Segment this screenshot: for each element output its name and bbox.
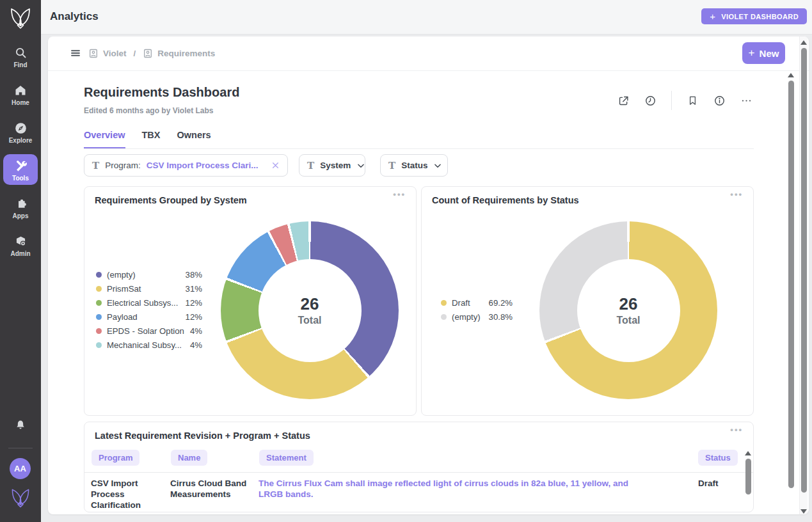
- legend-item[interactable]: EPDS - Solar Option4%: [96, 324, 202, 338]
- legend-label: (empty): [452, 312, 484, 322]
- plus-icon: +: [710, 11, 715, 22]
- panel-scrollbar: [799, 36, 808, 514]
- sidebar-item-label: Home: [12, 99, 29, 106]
- table-header-divider: [84, 472, 753, 473]
- column-header-statement[interactable]: Statement: [259, 450, 314, 466]
- legend-item[interactable]: Draft69.2%: [441, 296, 513, 310]
- sidebar-item-find[interactable]: Find: [3, 41, 38, 72]
- donut-chart[interactable]: 26 Total: [221, 221, 399, 399]
- hamburger-menu-icon[interactable]: [69, 47, 81, 59]
- page-actions: [617, 91, 752, 110]
- violet-logo[interactable]: [8, 5, 33, 33]
- cell-statement-link[interactable]: The Cirrus Flux Cam shall image reflecte…: [259, 478, 649, 500]
- legend-value: 38%: [186, 270, 202, 280]
- sidebar-item-home[interactable]: Home: [3, 79, 38, 109]
- text-filter-icon: T: [307, 160, 314, 171]
- column-header-program[interactable]: Program: [92, 450, 139, 466]
- breadcrumb-item-requirements[interactable]: Requirements: [143, 48, 215, 59]
- tools-icon: [13, 159, 28, 173]
- legend-value: 30.8%: [489, 312, 513, 322]
- sidebar-item-apps[interactable]: Apps: [3, 192, 38, 223]
- info-icon[interactable]: [713, 95, 726, 107]
- bookmark-icon[interactable]: [687, 95, 699, 107]
- legend-item[interactable]: Electrical Subsys...12%: [96, 296, 202, 310]
- scrollbar-thumb[interactable]: [801, 48, 807, 493]
- legend-item[interactable]: (empty)30.8%: [441, 310, 513, 324]
- legend-dot: [96, 342, 102, 348]
- legend-label: PrismSat: [107, 284, 180, 294]
- legend-value: 4%: [190, 326, 202, 336]
- legend-dot: [96, 286, 102, 292]
- sidebar-item-label: Admin: [10, 250, 30, 257]
- column-header-name[interactable]: Name: [171, 450, 207, 466]
- breadcrumb-item-violet[interactable]: Violet: [88, 48, 127, 59]
- legend-value: 4%: [190, 340, 202, 350]
- chart-card-requirements-by-system: Requirements Grouped by System ••• (empt…: [84, 186, 417, 416]
- chart-total-label: Total: [616, 315, 640, 326]
- legend-item[interactable]: Mechanical Subsy...4%: [96, 338, 202, 352]
- workspace-badge-icon: [88, 48, 99, 59]
- chevron-down-icon: [433, 161, 442, 170]
- sidebar-item-admin[interactable]: Admin: [3, 230, 38, 260]
- scrollbar-thumb[interactable]: [788, 81, 794, 488]
- scroll-up-arrow[interactable]: [745, 451, 751, 455]
- admin-icon: [13, 234, 28, 248]
- find-icon: [13, 45, 28, 59]
- scroll-up-arrow[interactable]: [800, 40, 807, 45]
- chart-title: Requirements Grouped by System: [95, 195, 247, 205]
- sidebar-divider: [8, 448, 33, 448]
- filter-bar: TProgram:CSV Import Process Clari...TSys…: [84, 154, 448, 177]
- legend-dot: [441, 300, 447, 306]
- filter-chip-system[interactable]: TSystem: [299, 154, 365, 177]
- violet-dashboard-button[interactable]: + VIOLET DASHBOARD: [701, 8, 807, 24]
- legend-dot: [96, 272, 102, 278]
- legend-dot: [96, 300, 102, 306]
- text-filter-icon: T: [92, 160, 99, 171]
- violet-logo-footer[interactable]: [9, 486, 32, 512]
- more-options-icon[interactable]: •••: [730, 189, 743, 199]
- legend-value: 12%: [186, 312, 202, 322]
- tab-owners[interactable]: Owners: [177, 130, 211, 149]
- content-panel: Violet/Requirements + New Requirements D…: [48, 36, 809, 514]
- sidebar-item-explore[interactable]: Explore: [3, 116, 38, 147]
- workspace-badge-icon: [143, 48, 153, 59]
- more-options-icon[interactable]: •••: [730, 425, 743, 434]
- more-options-icon[interactable]: •••: [393, 189, 406, 199]
- history-icon[interactable]: [644, 95, 657, 107]
- new-button[interactable]: + New: [742, 42, 785, 64]
- donut-chart[interactable]: 26 Total: [539, 221, 717, 399]
- scrollbar-thumb[interactable]: [745, 459, 751, 494]
- scroll-down-arrow[interactable]: [800, 509, 807, 514]
- filter-chip-program[interactable]: TProgram:CSV Import Process Clari...: [84, 154, 288, 177]
- notifications-bell-icon[interactable]: [0, 419, 41, 432]
- tab-overview[interactable]: Overview: [84, 130, 125, 149]
- filter-chip-status[interactable]: TStatus: [380, 154, 448, 177]
- table-header: ProgramNameStatementStatus: [84, 448, 753, 469]
- legend-item[interactable]: (empty)38%: [96, 267, 202, 281]
- topbar: Analytics + VIOLET DASHBOARD: [41, 0, 812, 35]
- chart-total-label: Total: [298, 315, 321, 326]
- sidebar-item-tools[interactable]: Tools: [3, 154, 38, 185]
- chart-total: 26: [301, 294, 319, 314]
- cell-name: Cirrus Cloud Band Measurements: [170, 478, 251, 500]
- breadcrumb: Violet/Requirements: [69, 45, 215, 61]
- clear-filter-icon[interactable]: [271, 161, 280, 170]
- filter-value: CSV Import Process Clari...: [147, 161, 259, 170]
- avatar[interactable]: AA: [10, 458, 31, 479]
- apps-icon: [13, 196, 28, 210]
- chart-total: 26: [619, 294, 638, 314]
- legend-item[interactable]: PrismSat31%: [96, 281, 202, 296]
- column-header-status[interactable]: Status: [698, 450, 738, 466]
- legend-dot: [96, 314, 102, 320]
- open-in-new-icon[interactable]: [617, 95, 630, 107]
- chart-legend: Draft69.2%(empty)30.8%: [441, 296, 513, 324]
- legend-value: 69.2%: [489, 298, 513, 308]
- content-scrollbar: [787, 70, 795, 514]
- scroll-up-arrow[interactable]: [788, 73, 794, 77]
- donut-center: 26 Total: [577, 259, 680, 362]
- legend-item[interactable]: Payload12%: [96, 310, 202, 324]
- more-options-icon[interactable]: [740, 95, 752, 107]
- sidebar-item-label: Tools: [12, 175, 29, 182]
- tab-tbx[interactable]: TBX: [142, 130, 161, 149]
- legend-dot: [96, 328, 102, 334]
